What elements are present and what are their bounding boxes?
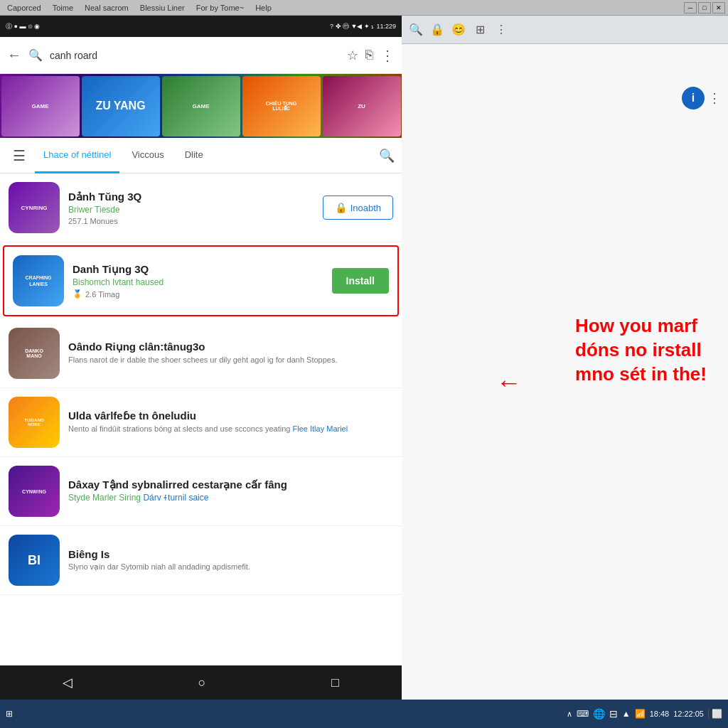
chrome-body-menu[interactable]: ⋮ [708, 90, 721, 106]
annotation-text: How you marf dóns no irstall mno sét in … [575, 314, 707, 386]
app-name-6: Biêng Is [68, 548, 393, 560]
app-meta-2: 🏅 2.6 Timag [73, 289, 323, 299]
app-link-4[interactable]: Flee Itlay Mariel [293, 424, 348, 433]
app-item-4: TUIDANONORE Ulda vârlfeɓe tn ôneludiu Ne… [0, 388, 402, 457]
app-name-4: Ulda vârlfeɓe tn ôneludiu [68, 410, 393, 422]
app-name-2: Danh Tiụng 3Q [73, 263, 323, 276]
chrome-lock-icon[interactable]: 🔒 [429, 23, 446, 36]
phone-emulator: ⓪ ● ▬ ⊙ ◉ ? ✤ ⓜ ▼◀ ✦ ₁ 11:229 ← 🔍 ☆ ⎘ ⋮ [0, 16, 402, 700]
statusbar-right: ? ✤ ⓜ ▼◀ ✦ ₁ 11:229 [330, 22, 396, 31]
banner-item-3[interactable]: GAME [162, 76, 240, 136]
app-item-2-highlighted: CRAFHINGLANIES Danh Tiụng 3Q Bishomch Iv… [3, 245, 399, 316]
app-item-6: BI Biêng Is Slyno vạin dar Sytomib niah … [0, 526, 402, 595]
app-list: CYNRING Dảnh Tŭng 3Q Briwer Tiesde 257.1… [0, 173, 402, 665]
chrome-body: i ⋮ ← How you marf dóns no irstall mno s… [402, 44, 728, 700]
maximize-button[interactable]: □ [698, 2, 711, 14]
app-item-3: DANKOMANO Oândo Riụng clân:tânug3o Flans… [0, 319, 402, 388]
app-dev-2: Bishomch Ivtant haused [73, 277, 323, 287]
info-circle-icon[interactable]: i [682, 87, 705, 109]
titlebar-app4[interactable]: Blessiu Liner [136, 4, 189, 12]
back-nav-button[interactable]: ◁ [63, 675, 73, 690]
banner-item-5[interactable]: ZU [323, 76, 401, 136]
app-meta-1: 257.1 Monues [68, 217, 314, 225]
banner-item-1[interactable]: GAME [1, 76, 80, 136]
banner-item-2[interactable]: ZU YANG [82, 76, 160, 136]
desktop: Caporced Toime Neal sacrom Blessiu Liner… [0, 0, 728, 728]
chrome-search-icon[interactable]: 🔍 [407, 23, 424, 36]
taskbar-chrome-icon[interactable]: 🌐 [593, 708, 605, 719]
statusbar-apps: ⓪ ● ▬ ⊙ ◉ [6, 22, 40, 31]
chrome-apps-icon[interactable]: ⊞ [471, 23, 488, 36]
app-icon-6[interactable]: BI [9, 535, 60, 586]
start-button[interactable]: ⊞ [6, 709, 13, 719]
inoabth-button[interactable]: 🔒 Inoabth [323, 196, 393, 220]
app-dev-1: Briwer Tiesde [68, 205, 314, 215]
minimize-button[interactable]: ─ [684, 2, 697, 14]
titlebar-help[interactable]: Help [251, 4, 276, 12]
chrome-panel: 🔍 🔒 😊 ⊞ ⋮ i ⋮ ← How you marf dóns no ir [402, 16, 728, 700]
app-info-6: Biêng Is Slyno vạin dar Sytomib niah all… [68, 548, 393, 572]
app-info-4: Ulda vârlfeɓe tn ôneludiu Nento al findû… [68, 410, 393, 434]
taskbar-keyboard-icon[interactable]: ⌨ [577, 709, 589, 719]
annotation-line3: mno sét in the! [575, 363, 707, 387]
app-link-5[interactable]: Dárv ꞙturnil saice [143, 493, 208, 503]
annotation-line1: How you marf [575, 314, 707, 338]
star-icon[interactable]: ☆ [347, 48, 358, 63]
app-icon-3[interactable]: DANKOMANO [9, 328, 60, 379]
app-info-2: Danh Tiụng 3Q Bishomch Ivtant haused 🏅 2… [73, 263, 323, 299]
app-desc-4: Nento al findûit strations bóng at slect… [68, 424, 393, 434]
taskbar-right: ∧ ⌨ 🌐 ⊟ ▲ 📶 18:48 12:22:05 ⬜ [567, 708, 722, 719]
taskbar-dock-icon[interactable]: ⊟ [609, 708, 618, 719]
close-button[interactable]: ✕ [712, 2, 725, 14]
app-name-1: Dảnh Tŭng 3Q [68, 191, 314, 203]
statusbar-left: ⓪ ● ▬ ⊙ ◉ [6, 22, 40, 31]
app-name-3: Oândo Riụng clân:tânug3o [68, 341, 393, 353]
tab-viccous[interactable]: Viccous [123, 138, 172, 173]
search-bar: ← 🔍 ☆ ⎘ ⋮ [0, 37, 402, 74]
chrome-menu-icon[interactable]: ⋮ [493, 23, 510, 36]
taskbar-show-desktop[interactable]: ⬜ [708, 709, 722, 719]
tab-dlite[interactable]: Dlite [176, 138, 212, 173]
windows-taskbar: ⊞ ∧ ⌨ 🌐 ⊟ ▲ 📶 18:48 12:22:05 ⬜ [0, 700, 728, 728]
taskbar-arrow-icon[interactable]: ∧ [567, 710, 572, 719]
app-icon-5[interactable]: CYNWING [9, 466, 60, 517]
app-icon-1[interactable]: CYNRING [9, 182, 60, 233]
taskbar-signal-icon[interactable]: ▲ [622, 709, 631, 719]
app-dev-5: Styde Marler Siring Dárv ꞙturnil saice [68, 493, 393, 503]
chrome-toolbar: 🔍 🔒 😊 ⊞ ⋮ [402, 16, 728, 44]
back-arrow-icon[interactable]: ← [7, 47, 21, 63]
app-item-5: CYNWING Dâxay Tậnd sybnalirred cestarạne… [0, 457, 402, 526]
search-input[interactable] [50, 50, 340, 61]
phone-navbar: ◁ ○ □ [0, 665, 402, 700]
app-item-1: CYNRING Dảnh Tŭng 3Q Briwer Tiesde 257.1… [0, 173, 402, 242]
titlebar-app2[interactable]: Toime [48, 4, 77, 12]
titlebar-app3[interactable]: Neal sacrom [80, 4, 133, 12]
win-titlebar: Caporced Toime Neal sacrom Blessiu Liner… [0, 0, 728, 16]
titlebar-app5[interactable]: For by Tome~ [192, 4, 248, 12]
app-icon-2[interactable]: CRAFHINGLANIES [13, 255, 64, 306]
tab-navigation: ☰ Lhace of néttinel Viccous Dlite 🔍 [0, 138, 402, 173]
banner-item-4[interactable]: CHIÊU TUNGLULIẾC [242, 76, 321, 136]
chrome-emoji-icon[interactable]: 😊 [450, 23, 467, 36]
titlebar-app1[interactable]: Caporced [3, 4, 46, 12]
statusbar-icons: ? ✤ ⓜ ▼◀ ✦ ₁ [330, 22, 374, 31]
app-desc-6: Slyno vạin dar Sytomib niah all andading… [68, 562, 393, 572]
app-icon-4[interactable]: TUIDANONORE [9, 397, 60, 448]
tab-search-icon[interactable]: 🔍 [379, 148, 395, 164]
taskbar-network-icon[interactable]: 📶 [635, 709, 646, 719]
share-icon[interactable]: ⎘ [365, 48, 373, 63]
app-info-3: Oândo Riụng clân:tânug3o Flans narot de … [68, 341, 393, 365]
more-icon[interactable]: ⋮ [380, 47, 395, 64]
search-icon: 🔍 [28, 48, 43, 62]
statusbar-time: 11:229 [376, 23, 396, 30]
tab-lhace[interactable]: Lhace of néttinel [35, 138, 119, 173]
recent-nav-button[interactable]: □ [331, 675, 339, 690]
taskbar-date: 12:22:05 [673, 710, 704, 718]
install-button[interactable]: Install [332, 268, 389, 294]
app-name-5: Dâxay Tậnd sybnalirred cestarạne cấr fân… [68, 478, 393, 491]
window-controls: ─ □ ✕ [684, 2, 725, 14]
hamburger-menu-icon[interactable]: ☰ [7, 147, 31, 164]
phone-statusbar: ⓪ ● ▬ ⊙ ◉ ? ✤ ⓜ ▼◀ ✦ ₁ 11:229 [0, 16, 402, 37]
home-nav-button[interactable]: ○ [198, 675, 206, 690]
banner-area: GAME ZU YANG GAME CHIÊU TUNGLULIẾC ZU [0, 74, 402, 138]
